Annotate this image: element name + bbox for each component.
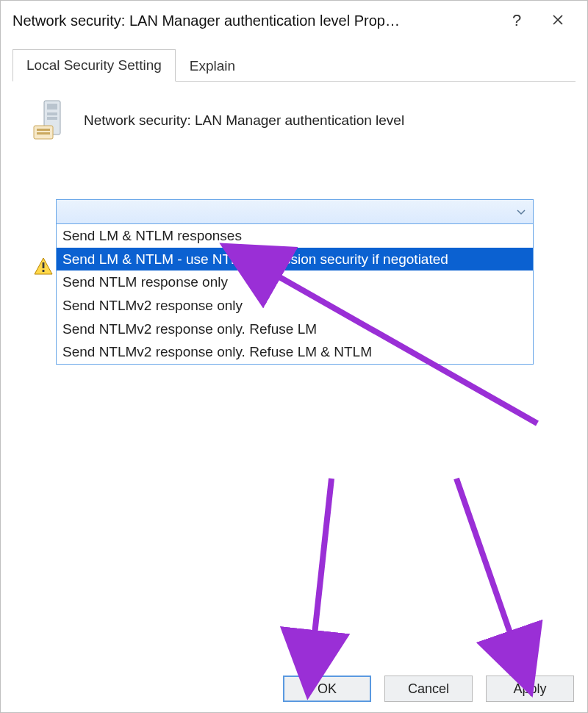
- dropdown-list: Send LM & NTLM responses Send LM & NTLM …: [56, 224, 534, 365]
- dropdown-option[interactable]: Send NTLMv2 response only: [57, 294, 533, 318]
- dropdown-option[interactable]: Send NTLMv2 response only. Refuse LM: [57, 318, 533, 341]
- close-icon: [552, 11, 564, 30]
- help-button[interactable]: ?: [496, 6, 537, 35]
- dialog-buttons: OK Cancel Apply: [283, 676, 574, 702]
- button-label: OK: [318, 681, 337, 697]
- svg-rect-3: [47, 117, 57, 120]
- window-title: Network security: LAN Manager authentica…: [12, 12, 496, 29]
- tab-local-security-setting[interactable]: Local Security Setting: [12, 49, 176, 82]
- auth-level-dropdown[interactable]: Send LM & NTLM responses Send LM & NTLM …: [56, 199, 534, 365]
- svg-rect-5: [37, 129, 50, 131]
- dropdown-collapsed-area[interactable]: [56, 199, 534, 224]
- titlebar: Network security: LAN Manager authentica…: [1, 1, 587, 40]
- properties-dialog: Network security: LAN Manager authentica…: [0, 0, 588, 713]
- policy-name: Network security: LAN Manager authentica…: [84, 112, 404, 129]
- svg-rect-8: [43, 262, 45, 268]
- svg-rect-2: [47, 112, 57, 115]
- tab-label: Local Security Setting: [26, 57, 162, 74]
- dropdown-option[interactable]: Send LM & NTLM - use NTLMv2 session secu…: [57, 248, 533, 271]
- policy-header: Network security: LAN Manager authentica…: [13, 82, 576, 143]
- tab-explain[interactable]: Explain: [176, 49, 249, 82]
- server-icon: [29, 98, 71, 143]
- cancel-button[interactable]: Cancel: [384, 676, 473, 702]
- close-button[interactable]: [537, 6, 578, 35]
- ok-button[interactable]: OK: [283, 676, 371, 702]
- warning-icon: [34, 257, 53, 276]
- chevron-down-icon: [517, 206, 526, 218]
- dropdown-option[interactable]: Send LM & NTLM responses: [57, 224, 533, 248]
- dropdown-option[interactable]: Send NTLMv2 response only. Refuse LM & N…: [57, 340, 533, 364]
- apply-button[interactable]: Apply: [486, 676, 574, 702]
- svg-rect-6: [37, 132, 50, 135]
- svg-rect-9: [43, 270, 45, 272]
- svg-rect-1: [47, 104, 57, 110]
- help-icon: ?: [512, 11, 521, 30]
- tab-content: Network security: LAN Manager authentica…: [12, 82, 576, 662]
- tab-strip: Local Security Setting Explain: [12, 49, 576, 82]
- button-label: Apply: [513, 681, 546, 697]
- button-label: Cancel: [408, 681, 449, 697]
- dropdown-option[interactable]: Send NTLM response only: [57, 270, 533, 294]
- tab-label: Explain: [190, 58, 235, 74]
